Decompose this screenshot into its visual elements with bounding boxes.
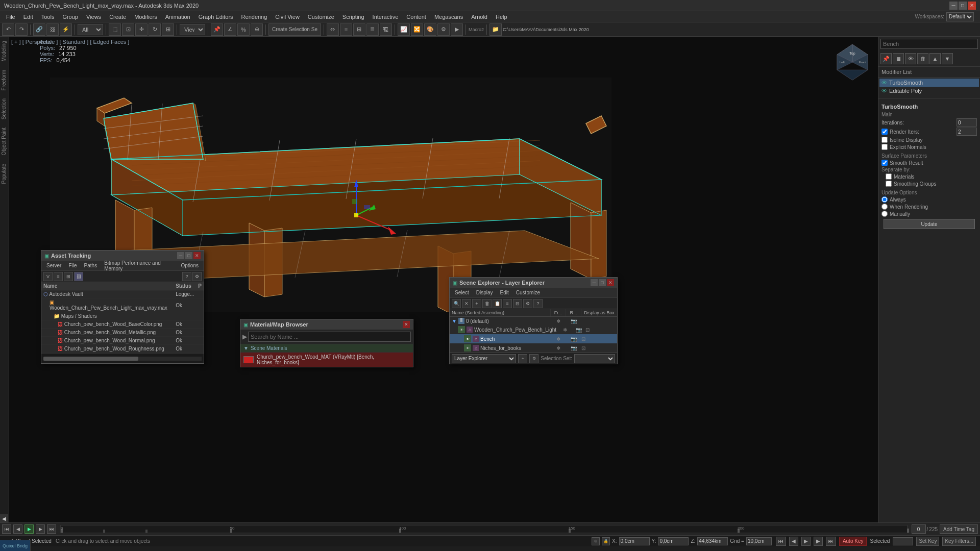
add-time-tag-button[interactable]: Add Time Tag	[940, 524, 978, 534]
material-editor-button[interactable]: 🎨	[424, 23, 436, 36]
collapse-sidebar-button[interactable]: ◀	[0, 514, 8, 522]
layer-explorer-dropdown[interactable]: Layer Explorer	[452, 354, 516, 363]
menu-help[interactable]: Help	[492, 13, 511, 21]
y-input[interactable]	[658, 537, 689, 545]
current-frame-input[interactable]	[912, 524, 926, 534]
schematic-button[interactable]: 🔀	[411, 23, 423, 36]
modifier-move-up-button[interactable]: ▲	[929, 53, 941, 64]
modifier-ep-visibility-icon[interactable]: 👁	[881, 88, 887, 94]
se-add-layer-button[interactable]: +	[472, 299, 481, 308]
menu-arnold[interactable]: Arnold	[467, 13, 492, 21]
se-minimize[interactable]: ─	[591, 279, 598, 286]
close-button[interactable]: ✕	[968, 2, 976, 10]
render-button[interactable]: ▶	[451, 23, 463, 36]
iterations-input[interactable]	[957, 118, 977, 127]
manually-radio[interactable]	[881, 211, 888, 217]
modifier-move-down-button[interactable]: ▼	[942, 53, 953, 64]
menu-interactive[interactable]: Interactive	[369, 13, 403, 21]
menu-tools[interactable]: Tools	[37, 13, 59, 21]
asset-tracking-minimize[interactable]: ─	[177, 252, 184, 259]
se-close[interactable]: ✕	[607, 279, 614, 286]
menu-graph-editors[interactable]: Graph Editors	[194, 13, 237, 21]
se-menu-customize[interactable]: Customize	[513, 289, 543, 296]
modifier-editable-poly[interactable]: 👁 Editable Poly	[879, 87, 979, 95]
timeline-track[interactable]: 0 50 100 150 200	[60, 525, 908, 533]
object-paint-tab[interactable]: Object Paint	[0, 123, 9, 159]
menu-animation[interactable]: Animation	[161, 13, 194, 21]
next-key-button[interactable]: ▶	[814, 537, 823, 546]
at-bitmap-button[interactable]: 🖼	[74, 272, 83, 281]
workspace-select[interactable]: Default	[946, 12, 974, 21]
set-key-button[interactable]: Set Key	[916, 537, 939, 546]
at-row-maps[interactable]: 📁 Maps / Shaders	[41, 312, 204, 320]
coordinate-mode-button[interactable]: ⊕	[592, 537, 600, 545]
se-properties-button[interactable]: 📋	[493, 299, 502, 308]
smoothing-groups-checkbox[interactable]	[886, 181, 892, 187]
menu-file[interactable]: File	[2, 13, 19, 21]
selection-tab[interactable]: Selection	[0, 94, 9, 123]
at-list-button[interactable]: ≡	[54, 272, 63, 281]
at-row-metallic[interactable]: 🖼 Church_pew_bench_Wood_Metallic.png Ok	[41, 329, 204, 337]
at-help-button[interactable]: ?	[182, 272, 191, 281]
se-help-button[interactable]: ?	[533, 299, 543, 308]
path-config-button[interactable]: 📁	[489, 23, 502, 36]
at-menu-bitmap[interactable]: Bitmap Performance and Memory	[101, 259, 177, 272]
select-button[interactable]: ⬚	[109, 23, 121, 36]
key-filters-button[interactable]: Key Filters...	[942, 537, 976, 546]
filter-dropdown[interactable]: All	[78, 24, 103, 35]
unlink-button[interactable]: ⛓	[46, 23, 59, 36]
scene-materials-header[interactable]: ▼ Scene Materials	[240, 344, 413, 353]
at-menu-server[interactable]: Server	[43, 262, 64, 269]
modifier-visibility-icon[interactable]: 👁	[881, 80, 887, 86]
at-details-button[interactable]: ⊞	[64, 272, 73, 281]
scene-explorer-button[interactable]: 🏗	[380, 23, 392, 36]
update-button[interactable]: Update	[884, 219, 975, 229]
mirror-button[interactable]: ⇔	[327, 23, 339, 36]
selection-set-status-input[interactable]	[893, 537, 913, 545]
se-menu-select[interactable]: Select	[452, 289, 472, 296]
autokey-button[interactable]: Auto Key	[839, 537, 867, 546]
z-input[interactable]	[697, 537, 728, 545]
menu-edit[interactable]: Edit	[19, 13, 37, 21]
menu-create[interactable]: Create	[105, 13, 130, 21]
play-button[interactable]: ▶	[24, 524, 34, 534]
quixel-bridge-badge[interactable]: Quixel Bridg	[0, 540, 31, 551]
modifier-search-input[interactable]	[880, 39, 978, 49]
smooth-result-checkbox[interactable]	[881, 160, 888, 166]
se-expand-button[interactable]: ≡	[503, 299, 512, 308]
selection-set-dropdown[interactable]	[574, 354, 615, 363]
se-maximize[interactable]: □	[599, 279, 606, 286]
modifier-turbosmooth[interactable]: 👁 TurboSmooth	[879, 79, 979, 87]
se-row-church-light[interactable]: 👁 △ Wooden_Church_Pew_Bench_Light ❄ 📷 ⊡	[450, 325, 617, 334]
at-row-normal[interactable]: 🖼 Church_pew_bench_Wood_Normal.png Ok	[41, 337, 204, 345]
prev-frame-button[interactable]: ◀	[13, 524, 22, 534]
asset-tracking-maximize[interactable]: □	[185, 252, 192, 259]
view-dropdown[interactable]: View	[180, 24, 205, 35]
menu-modifiers[interactable]: Modifiers	[130, 13, 161, 21]
at-row-roughness[interactable]: 🖼 Church_pew_bench_Wood_Roughness.png Ok	[41, 345, 204, 353]
snap-toggle[interactable]: 📌	[211, 23, 223, 36]
array-button[interactable]: ⊞	[353, 23, 365, 36]
angle-snap[interactable]: ∠	[224, 23, 236, 36]
se-menu-display[interactable]: Display	[473, 289, 496, 296]
se-menu-edit[interactable]: Edit	[497, 289, 512, 296]
go-end-button[interactable]: ⏭	[47, 524, 56, 534]
create-selection-button[interactable]: Create Selection Se	[268, 23, 321, 36]
explicit-normals-checkbox[interactable]	[881, 144, 888, 150]
percent-snap[interactable]: %	[237, 23, 250, 36]
se-collapse-button[interactable]: ⊟	[513, 299, 522, 308]
maximize-button[interactable]: □	[959, 2, 967, 10]
se-settings-button[interactable]: ⚙	[523, 299, 532, 308]
mat-search-input[interactable]	[248, 332, 411, 342]
move-button[interactable]: ✛	[135, 23, 148, 36]
modifier-delete-button[interactable]: 🗑	[917, 53, 928, 64]
go-end-anim-button[interactable]: ⏭	[826, 537, 836, 546]
when-rendering-radio[interactable]	[881, 204, 888, 210]
asset-tracking-close[interactable]: ✕	[193, 252, 201, 259]
render-iters-checkbox[interactable]	[881, 129, 888, 135]
bind-button[interactable]: ⚡	[60, 23, 72, 36]
modifier-show-button[interactable]: 👁	[905, 53, 916, 64]
at-vault-button[interactable]: V	[43, 272, 53, 281]
modifier-view-button[interactable]: ≣	[893, 53, 904, 64]
link-button[interactable]: 🔗	[33, 23, 45, 36]
